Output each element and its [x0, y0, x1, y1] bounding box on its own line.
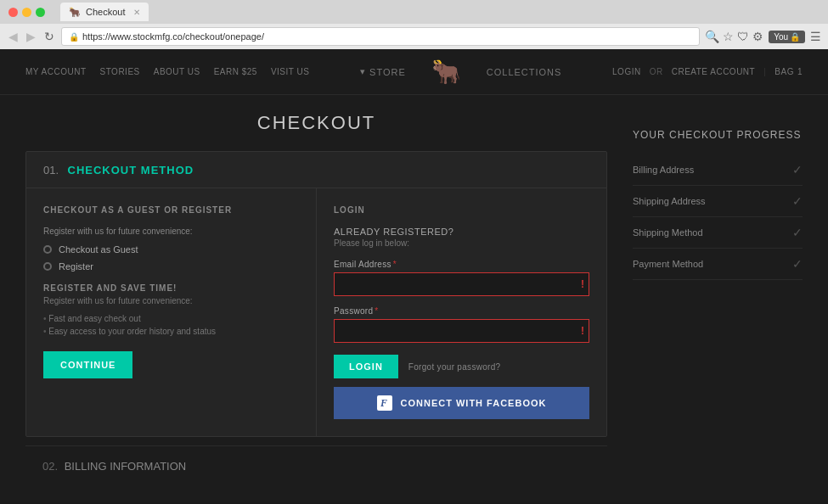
progress-payment: Payment Method ✓ [633, 249, 803, 280]
save-section: REGISTER AND SAVE TIME! Register with us… [43, 283, 299, 338]
bag-text: BAG [774, 67, 794, 76]
earn-link[interactable]: EARN $25 [214, 67, 257, 76]
already-title: ALREADY REGISTERED? [334, 227, 589, 237]
shield-icon[interactable]: 🛡 [737, 30, 749, 43]
progress-billing: Billing Address ✓ [633, 154, 803, 186]
guest-section-title: CHECKOUT AS A GUEST OR REGISTER [43, 205, 299, 215]
email-input[interactable] [334, 272, 589, 296]
collections-label[interactable]: COLLECTIONS [487, 67, 562, 77]
checkout-area: CHECKOUT 01. CHECKOUT METHOD CHECKOUT AS… [25, 112, 607, 485]
profile-button[interactable]: You 🔒 [769, 31, 805, 43]
window-controls [8, 8, 45, 17]
nav-center: ▾ STORE 🐂 COLLECTIONS [360, 58, 561, 86]
menu-icon[interactable]: ☰ [810, 30, 821, 43]
close-dot[interactable] [8, 8, 18, 17]
address-bar[interactable]: 🔒 https://www.stockmfg.co/checkout/onepa… [61, 27, 700, 46]
save-benefits: Fast and easy check out Easy access to y… [43, 312, 299, 338]
maximize-dot[interactable] [36, 8, 45, 17]
checkout-box: 01. CHECKOUT METHOD CHECKOUT AS A GUEST … [25, 151, 607, 437]
visit-us-link[interactable]: VISIT US [271, 67, 310, 76]
billing-section: 02. BILLING INFORMATION [25, 445, 607, 485]
site: MY ACCOUNT STORIES ABOUT US EARN $25 VIS… [0, 49, 828, 502]
progress-payment-label: Payment Method [633, 259, 703, 269]
store-label[interactable]: ▾ STORE [360, 66, 406, 77]
benefit-1: Fast and easy check out [43, 312, 299, 325]
browser-tab[interactable]: 🐂 Checkout ✕ [60, 3, 149, 21]
or-label: OR [650, 67, 663, 76]
bookmark-icon[interactable]: ☆ [723, 30, 734, 43]
bag-label[interactable]: BAG 1 [774, 67, 803, 76]
guest-radio[interactable] [43, 245, 52, 254]
forward-button[interactable]: ▶ [25, 28, 37, 45]
checkout-header: 01. CHECKOUT METHOD [26, 152, 606, 188]
browser-toolbar: ◀ ▶ ↻ 🔒 https://www.stockmfg.co/checkout… [0, 24, 828, 49]
guest-register-col: CHECKOUT AS A GUEST OR REGISTER Register… [26, 188, 317, 436]
save-title: REGISTER AND SAVE TIME! [43, 283, 299, 293]
password-label: Password* [334, 306, 589, 316]
login-button[interactable]: LOGIN [334, 355, 398, 378]
password-input-wrap: ! [334, 319, 589, 343]
forgot-password-link[interactable]: Forgot your password? [408, 362, 501, 372]
email-label: Email Address* [334, 260, 589, 269]
tab-close-icon[interactable]: ✕ [133, 8, 140, 17]
minimize-dot[interactable] [22, 8, 31, 17]
tab-title: Checkout [86, 7, 125, 17]
email-error-icon: ! [581, 278, 584, 290]
facebook-connect-button[interactable]: f CONNECT WITH FACEBOOK [334, 387, 589, 419]
nav-divider: | [763, 67, 766, 76]
progress-shipping-address: Shipping Address ✓ [633, 186, 803, 217]
site-logo[interactable]: 🐂 [431, 58, 461, 86]
already-subtitle: Please log in below: [334, 238, 589, 248]
progress-sidebar: YOUR CHECKOUT PROGRESS Billing Address ✓… [633, 112, 803, 485]
shipping-address-check-icon: ✓ [792, 194, 803, 208]
browser-chrome: 🐂 Checkout ✕ ◀ ▶ ↻ 🔒 https://www.stockmf… [0, 0, 828, 49]
profile-label: You [774, 32, 788, 42]
facebook-icon: f [377, 395, 392, 411]
login-section-title: LOGIN [334, 205, 589, 215]
benefit-2: Easy access to your order history and st… [43, 325, 299, 338]
url-text: https://www.stockmfg.co/checkout/onepage… [82, 31, 264, 42]
refresh-button[interactable]: ↻ [42, 28, 56, 45]
guest-label: Checkout as Guest [59, 244, 138, 255]
main-content: CHECKOUT 01. CHECKOUT METHOD CHECKOUT AS… [0, 95, 828, 502]
step-number: 01. [43, 164, 59, 176]
profile-lock-icon: 🔒 [790, 32, 800, 42]
about-us-link[interactable]: ABOUT US [154, 67, 200, 76]
password-error-icon: ! [581, 325, 584, 337]
register-option[interactable]: Register [43, 261, 299, 272]
tab-favicon: 🐂 [69, 7, 81, 18]
back-button[interactable]: ◀ [7, 28, 20, 45]
page-title: CHECKOUT [25, 112, 607, 134]
step-title: CHECKOUT METHOD [68, 164, 194, 176]
search-icon[interactable]: 🔍 [705, 30, 719, 43]
password-input[interactable] [334, 319, 589, 343]
extension-icon[interactable]: ⚙ [752, 30, 763, 43]
continue-button[interactable]: CONTINUE [43, 351, 132, 378]
billing-check-icon: ✓ [792, 163, 803, 176]
register-radio[interactable] [43, 262, 52, 271]
login-col: LOGIN ALREADY REGISTERED? Please log in … [317, 188, 606, 436]
title-bar: 🐂 Checkout ✕ [0, 0, 828, 24]
login-row: LOGIN Forgot your password? [334, 355, 589, 378]
register-prompt: Register with us for future convenience: [43, 227, 299, 236]
password-group: Password* ! [334, 306, 589, 343]
lock-icon: 🔒 [69, 32, 79, 42]
email-input-wrap: ! [334, 272, 589, 296]
progress-shipping-method: Shipping Method ✓ [633, 217, 803, 249]
checkout-body: CHECKOUT AS A GUEST OR REGISTER Register… [26, 188, 606, 436]
browser-icons: 🔍 ☆ 🛡 ⚙ [705, 30, 763, 43]
guest-option[interactable]: Checkout as Guest [43, 244, 299, 255]
stories-link[interactable]: STORIES [100, 67, 140, 76]
create-account-link[interactable]: CREATE ACCOUNT [672, 67, 756, 76]
billing-step-num: 02. [42, 460, 58, 473]
my-account-link[interactable]: MY ACCOUNT [25, 67, 87, 76]
bag-count: 1 [797, 67, 803, 76]
login-link[interactable]: LOGIN [612, 67, 641, 76]
progress-shipping-method-label: Shipping Method [633, 227, 703, 238]
billing-title-text: BILLING INFORMATION [65, 460, 187, 473]
billing-header: 02. BILLING INFORMATION [42, 460, 186, 473]
shipping-method-check-icon: ✓ [792, 226, 803, 239]
register-label: Register [59, 261, 93, 272]
logo-icon: 🐂 [431, 59, 461, 85]
email-group: Email Address* ! [334, 260, 589, 296]
